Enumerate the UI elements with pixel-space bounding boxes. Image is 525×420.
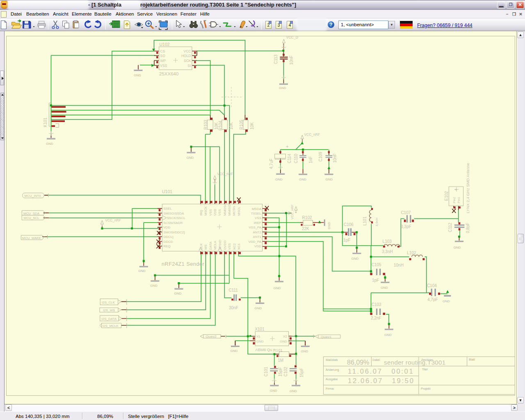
svg-text:GND: GND [352,257,359,260]
svg-text:WP: WP [160,59,166,63]
svg-text:2,2nF: 2,2nF [371,316,381,320]
svg-text:IRQ: IRQ [199,210,203,216]
svg-text:15pF: 15pF [278,367,283,377]
svg-text:GND: GND [255,306,262,310]
svg-text:IREF: IREF [254,221,261,225]
svg-text:WS: WS [204,244,208,250]
svg-text:VDD: VDD [254,244,261,248]
svg-text:SCSN/SADR: SCSN/SADR [164,221,183,225]
svg-text:VDD_PA: VDD_PA [249,240,262,244]
svg-text:MCU_INT0: MCU_INT0 [25,194,41,198]
svg-text:GND: GND [279,86,286,90]
svg-text:VSS: VSS [255,216,261,220]
svg-text:GND: GND [174,292,182,295]
svg-text:VDD: VDD [213,209,217,216]
svg-text:U101: U101 [162,189,172,194]
svg-text:I2S_WS: I2S_WS [103,308,115,312]
svg-text:GND: GND [381,286,388,290]
svg-text:Ausgabe: Ausgabe [326,377,338,381]
svg-text:C111: C111 [229,288,238,292]
svg-text:VCC: VCC [184,49,191,53]
svg-text:nRF24Z1 Sender: nRF24Z1 Sender [162,261,204,267]
svg-text:15pF: 15pF [299,368,304,377]
svg-text:Datei:: Datei: [372,358,381,362]
svg-text:GND: GND [134,73,141,77]
svg-text:GND: GND [270,389,277,393]
svg-text:GND: GND [443,299,450,303]
svg-text:X1: X1 [256,335,260,338]
svg-text:SCK: SCK [184,59,191,63]
svg-text:MCU_SDA: MCU_SDA [23,212,40,215]
svg-text:R102: R102 [302,215,312,220]
svg-text:C103: C103 [372,302,381,307]
svg-text:I2S_CLK: I2S_CLK [102,301,115,304]
svg-text:I2S_MCLK: I2S_MCLK [103,324,119,328]
svg-text:L103: L103 [383,239,392,244]
svg-text:XC1: XC1 [237,243,241,250]
svg-text:4,7pF: 4,7pF [427,297,438,302]
svg-text:GND: GND [187,156,194,160]
svg-text:SSCK/SSCL: SSCK/SSCL [167,216,185,220]
svg-text:+: + [455,187,457,192]
svg-text:GND: GND [290,389,297,393]
svg-text:DDCD: DDCD [164,240,173,244]
svg-text:SO: SO [160,54,166,58]
svg-text:DATA: DATA [209,241,212,250]
svg-text:VCC_D: VCC_D [286,35,298,39]
svg-text:Änderung: Änderung [326,368,339,372]
svg-text:25XX640: 25XX640 [159,71,178,76]
svg-text:11.06.07 00:01: 11.06.07 00:01 [348,368,414,375]
svg-text:10nH: 10nH [394,263,404,267]
svg-text:REQ: REQ [164,244,171,248]
svg-text:GND: GND [454,246,461,249]
svg-text:VSS_PA: VSS_PA [249,226,261,229]
svg-text:VCC_nRF: VCC_nRF [304,132,320,137]
svg-text:C110: C110 [294,153,298,163]
svg-text:MCSN: MCSN [232,206,236,216]
svg-text:GND: GND [275,178,283,181]
svg-text:GND: GND [280,340,287,343]
svg-text:GND: GND [256,340,264,343]
svg-text:X2: X2 [283,335,287,338]
svg-text:3,3pF: 3,3pF [401,224,411,229]
svg-text:VSS: VSS [228,243,231,250]
svg-text:10nF: 10nF [333,153,337,163]
svg-text:MCLK: MCLK [213,240,217,250]
svg-text:10nF: 10nF [289,55,294,65]
svg-text:L102: L102 [407,251,416,255]
svg-text:GND: GND [327,222,331,229]
svg-text:Pin1: Pin1 [457,197,461,203]
svg-text:3,9nH: 3,9nH [375,217,379,226]
svg-text:XC2: XC2 [233,243,236,250]
svg-text:GND: GND [274,286,281,290]
svg-text:C107: C107 [401,210,411,215]
svg-text:E102: E102 [444,191,449,201]
svg-text:C114: C114 [287,153,292,163]
svg-text:10K: 10K [229,122,233,130]
svg-text:C112: C112 [448,222,452,232]
svg-text:3,3nH: 3,3nH [382,249,393,254]
svg-text:U102: U102 [160,42,170,47]
svg-text:Quarz1: Quarz1 [321,335,332,339]
svg-text:VCC_nRF: VCC_nRF [217,172,233,176]
svg-text:4,7uF: 4,7uF [269,158,274,169]
svg-text:Firma:: Firma: [326,387,334,390]
svg-text:30nF: 30nF [229,306,238,310]
svg-text:MCU_SCL: MCU_SCL [24,216,40,220]
svg-text:VSS: VSS [160,64,167,68]
svg-text:R104: R104 [218,121,223,130]
svg-text:VCC_nRF: VCC_nRF [290,204,294,219]
svg-text:SI: SI [187,64,191,68]
svg-text:VDD: VDD [164,226,171,229]
svg-text:Titel: Titel [422,368,428,371]
svg-text:HOLD: HOLD [181,54,191,58]
svg-text:MMOSI: MMOSI [223,205,227,216]
svg-text:GND: GND [326,178,333,181]
svg-text:0,8pF: 0,8pF [466,223,470,233]
svg-text:MSCK: MSCK [204,206,208,216]
svg-text:+: + [286,144,288,149]
svg-text:R103: R103 [203,120,208,130]
svg-text:GND: GND [231,349,238,353]
svg-text:LYNX 2,4 GHz SMD Antenne: LYNX 2,4 GHz SMD Antenne [466,163,470,213]
svg-text:SSEL: SSEL [164,207,172,210]
